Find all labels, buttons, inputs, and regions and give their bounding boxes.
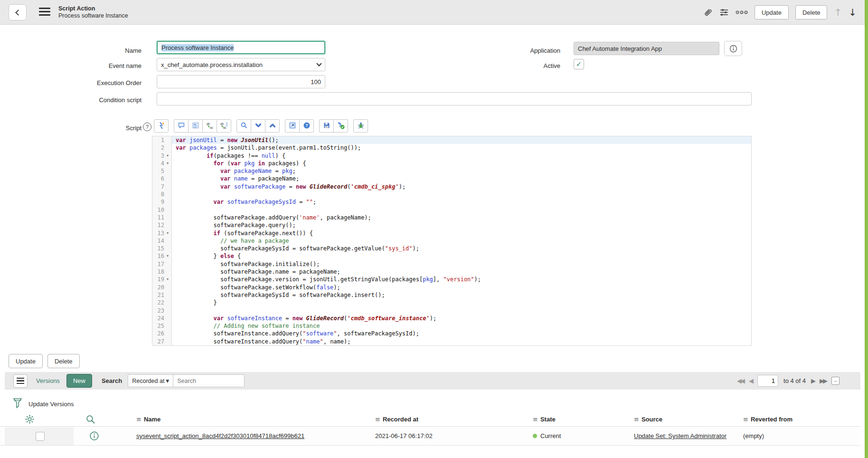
record-info-icon[interactable] (89, 431, 99, 442)
scroll-up-button[interactable] (265, 119, 280, 133)
help-button[interactable]: ? (299, 119, 314, 133)
more-options-icon (736, 10, 748, 15)
fold-gutter (166, 191, 172, 198)
line-number: 15 (152, 245, 166, 252)
filter-funnel-icon[interactable] (12, 397, 23, 410)
application-info-button[interactable] (724, 41, 742, 56)
versions-list-bar: Versions New Search Recorded at ▼ ◀◀ ◀ t… (5, 372, 860, 390)
fold-gutter (166, 206, 172, 214)
code-line: 14 // we have a package (152, 237, 751, 245)
svg-text:ab: ab (207, 122, 210, 125)
code-line: 24 var softwareInstance = new GlideRecor… (152, 315, 751, 322)
row-checkbox[interactable] (36, 432, 45, 441)
list-menu-icon[interactable] (13, 374, 28, 388)
next-record-icon[interactable]: ↓ (849, 7, 857, 18)
replace-button[interactable]: abac (202, 119, 217, 133)
comment-button[interactable] (174, 119, 189, 133)
back-button[interactable] (9, 4, 27, 20)
previous-record-icon[interactable]: ↑ (834, 7, 842, 18)
first-page-icon[interactable]: ◀◀ (737, 377, 744, 384)
list-search-input[interactable] (173, 374, 245, 387)
fold-arrow-icon[interactable]: ▾ (166, 229, 172, 237)
new-version-button[interactable]: New (66, 374, 92, 388)
replace-all-button[interactable]: abac (217, 119, 231, 133)
syntax-check-button[interactable] (333, 119, 348, 133)
line-number: 26 (152, 330, 166, 337)
script-code-editor[interactable]: 1var jsonUtil = new JsonUtil();2var pack… (152, 136, 752, 346)
name-input[interactable]: Process software Instance (157, 41, 325, 54)
code-line: 1var jsonUtil = new JsonUtil(); (152, 136, 751, 144)
column-header-name[interactable]: ≡Name (136, 416, 160, 423)
script-help-icon[interactable]: ? (143, 123, 151, 131)
chevron-down-icon (316, 61, 321, 66)
context-menu-icon[interactable] (39, 8, 50, 18)
previous-page-icon[interactable]: ◀ (749, 377, 752, 384)
debug-button[interactable] (353, 119, 368, 133)
format-code-button[interactable] (188, 119, 203, 133)
active-checkbox[interactable]: ✓ (574, 59, 584, 69)
code-line: 9 var softwarePackageSysId = ""; (152, 198, 751, 206)
delete-button-footer[interactable]: Delete (47, 354, 80, 368)
page-title: Script Action (58, 5, 128, 12)
line-number: 19 (152, 276, 166, 283)
column-header-source[interactable]: ≡Source (634, 416, 662, 423)
reverted-from-value: (empty) (743, 432, 764, 439)
open-window-button[interactable] (285, 119, 300, 133)
script-fix-icon (158, 122, 165, 131)
column-header-recorded-at[interactable]: ≡Recorded at (375, 416, 418, 423)
delete-button-header[interactable]: Delete (795, 5, 828, 19)
form-footer-buttons: Update Delete (9, 354, 80, 368)
execution-order-input[interactable] (157, 75, 325, 88)
line-number: 12 (152, 221, 166, 229)
code-line: 15 softwarePackageSysId = softwarePackag… (152, 245, 751, 252)
list-filter-row: Update Versions (0, 397, 860, 411)
line-number: 7 (152, 183, 166, 191)
source-link[interactable]: Update Set: System Administrator (634, 432, 726, 439)
column-header-reverted-from[interactable]: ≡Reverted from (743, 416, 793, 423)
application-value: Chef Automate Integration App (578, 45, 662, 52)
fold-gutter (166, 214, 172, 221)
search-field-select[interactable]: Recorded at ▼ (128, 374, 173, 387)
search-icon[interactable] (85, 414, 95, 426)
row-range-text: to 4 of 4 (783, 377, 806, 384)
fold-arrow-icon[interactable]: ▾ (166, 252, 172, 260)
svg-text:ab: ab (220, 122, 224, 125)
fold-gutter (166, 322, 172, 330)
personalize-form-button[interactable] (719, 8, 729, 17)
scroll-down-button[interactable] (251, 119, 265, 133)
event-name-select[interactable]: x_chef_automate.process.installation (157, 58, 325, 71)
page-number-input[interactable] (757, 375, 778, 387)
list-header-row: ≡Name ≡Recorded at ≡State ≡Source ≡Rever… (0, 413, 860, 427)
update-button-footer[interactable]: Update (9, 354, 43, 368)
active-label: Active (484, 62, 560, 69)
fold-arrow-icon[interactable]: ▾ (166, 152, 172, 160)
versions-link[interactable]: Versions (36, 377, 60, 384)
attachment-button[interactable] (703, 8, 713, 17)
version-record-link[interactable]: sysevent_script_action_8acd4f2d2f303010f… (136, 432, 304, 439)
last-page-icon[interactable]: ▶▶ (820, 377, 826, 384)
fold-gutter (166, 221, 172, 229)
more-options-button[interactable] (736, 10, 748, 15)
list-pagination: ◀◀ ◀ to 4 of 4 ▶ ▶▶ − (737, 375, 840, 387)
line-number: 14 (152, 237, 166, 245)
find-button[interactable] (236, 119, 251, 133)
line-number: 1 (152, 136, 166, 144)
collapse-list-icon[interactable]: − (831, 377, 840, 385)
breadcrumb[interactable]: Update Versions (28, 401, 74, 408)
next-page-icon[interactable]: ▶ (811, 377, 814, 384)
script-action-page: Script Action Process software Instance … (0, 0, 868, 458)
fold-arrow-icon[interactable]: ▾ (166, 160, 172, 167)
update-button-header[interactable]: Update (755, 5, 789, 19)
column-header-state[interactable]: ≡State (533, 416, 556, 423)
fold-arrow-icon[interactable]: ▾ (166, 276, 172, 283)
table-row: sysevent_script_action_8acd4f2d2f303010f… (0, 427, 860, 446)
svg-text:?: ? (305, 123, 308, 128)
application-label: Application (484, 47, 560, 54)
script-fix-button[interactable] (154, 119, 169, 133)
syntax-check-icon (337, 122, 345, 131)
save-button[interactable] (319, 119, 334, 133)
scroll-down-icon (255, 122, 262, 131)
condition-script-input[interactable] (157, 92, 752, 105)
replace-icon: abac (206, 122, 214, 131)
gear-icon[interactable] (25, 414, 35, 426)
